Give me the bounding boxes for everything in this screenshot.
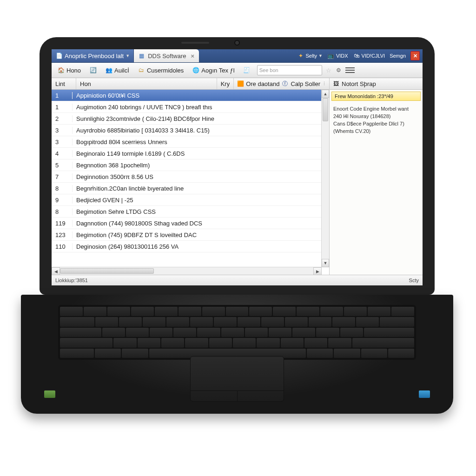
app-icon: 🟧 — [237, 80, 244, 87]
folder-icon: 🗂 — [138, 66, 145, 74]
chevron-down-icon: ▼ — [126, 53, 130, 58]
row-number: 2 — [52, 115, 73, 122]
table-row[interactable]: 8Begnm̀ition.2C0an lincblè bıyerated lin… — [52, 183, 322, 194]
row-number: 123 — [52, 231, 73, 238]
row-text: Auyrdrobio 6885lbiriatio [ 0314033 3 34l… — [73, 127, 322, 134]
row-text: Dagnnotion (744) 9801800S Sthag vaded DC… — [73, 220, 322, 227]
column-header[interactable]: Lint — [52, 78, 76, 89]
status-left: Liokkiup:'3851 — [55, 278, 88, 283]
status-right: Scty — [409, 278, 419, 283]
scroll-right-icon[interactable]: ▶ — [313, 267, 322, 275]
table-row[interactable]: 7Deginnotion 3500rπ 8.56 US — [52, 171, 322, 183]
row-text: Begimotion (745) 9DBFZ DT S loveilted DA… — [73, 231, 322, 238]
column-header[interactable]: Hon — [76, 78, 217, 89]
table-row[interactable]: 3Bogıpitrodd 80l4 scerriess Unners — [52, 136, 322, 148]
table-row[interactable]: 1Appiniotion 60'0t¥l CSS — [52, 90, 322, 101]
horizontal-scrollbar[interactable]: ◀ ▶ — [52, 267, 322, 275]
window-close-button[interactable]: ✕ — [410, 51, 420, 60]
panel-icon: 🖼 — [332, 80, 340, 87]
side-text-line: (Whemts CV.20) — [333, 128, 419, 135]
row-number: 5 — [52, 162, 73, 169]
column-header[interactable]: Calp Soller — [291, 80, 320, 87]
titlebar-right-items: ✦Selty▼ 📺VIDX 🛍VID!CJLVI Semgn ✕ — [294, 49, 423, 62]
column-header[interactable]: Kry — [217, 78, 234, 89]
audit-button[interactable]: 👥Auilcİ — [101, 65, 133, 75]
tab-label: Anoprlic Prenbood lalt — [65, 53, 124, 60]
refresh-button[interactable]: 🔄 — [86, 65, 100, 75]
refresh-icon: 🔄 — [89, 66, 97, 74]
titlebar-item[interactable]: ✦Selty▼ — [297, 52, 323, 60]
side-panel-body: Enoort Code Engine Morbel want240 l4l No… — [330, 103, 423, 138]
table-row[interactable]: 1Augimotion 240 tobrings / UUVE TNC9 ) b… — [52, 101, 322, 113]
active-tab[interactable]: ▦ DDS Software × — [134, 49, 199, 62]
more-icon[interactable]: ⋮ — [322, 81, 326, 86]
row-text: Bedjicled GVEN | -25 — [73, 197, 322, 204]
row-number: 4 — [52, 150, 73, 157]
side-text-line: Enoort Code Engine Morbel want — [333, 106, 419, 113]
grid-header: Lint Hon Kry 🟧 Ore daotand ⓕ Calp Soller… — [52, 78, 329, 90]
scroll-thumb[interactable] — [323, 98, 328, 121]
table-row[interactable]: 2Sunnlighio 23comtnivde ( Cilo-21I4) BDC… — [52, 113, 322, 125]
row-text: Bogıpitrodd 80l4 scerriess Unners — [73, 139, 322, 145]
grid-rows: 1Appiniotion 60'0t¥l CSS1Augimotion 240 … — [52, 90, 329, 275]
vertical-scrollbar[interactable]: ▲ ▼ — [321, 90, 329, 267]
row-number: 1 — [52, 92, 73, 99]
table-row[interactable]: 110Deginosion (264) 9801300116 256 VA — [52, 241, 322, 252]
scroll-down-icon[interactable]: ▼ — [322, 259, 329, 267]
scroll-thumb[interactable] — [60, 268, 154, 274]
titlebar-item[interactable]: 📺VIDX — [327, 52, 348, 60]
table-row[interactable]: 3Auyrdrobio 6885lbiriatio [ 0314033 3 34… — [52, 125, 322, 136]
browser-tab-bar: 📄 Anoprlic Prenbood lalt ▼ ▦ DDS Softwar… — [52, 49, 423, 63]
settings-icon[interactable]: ⚙ — [335, 66, 343, 74]
globe-icon: 🌐 — [192, 66, 199, 74]
table-row[interactable]: 4Beginoralo 1149 tormiple l.6189 ( C.6DS — [52, 148, 322, 159]
hamburger-menu-icon[interactable] — [345, 66, 355, 75]
table-row[interactable]: 123Begimotion (745) 9DBFZ DT S loveilted… — [52, 229, 322, 241]
row-text: Begnm̀ition.2C0an lincblè bıyerated line — [73, 185, 322, 192]
status-bar: Liokkiup:'3851 Scty — [52, 275, 423, 285]
row-number: 110 — [52, 243, 73, 250]
side-text-line: Cans D$ece Pagpleribe Dlicl 7) — [333, 120, 419, 128]
tool-icon: 🧾 — [243, 66, 251, 74]
row-text: Deginosion (264) 9801300116 256 VA — [73, 243, 322, 250]
row-number: 3 — [52, 139, 73, 145]
row-number: 7 — [52, 173, 73, 180]
titlebar-item[interactable]: Semgn — [390, 53, 406, 59]
side-panel-title: Notort Sþrap — [342, 80, 376, 87]
tab-icon: ▦ — [138, 52, 145, 60]
row-text: Augimotion 240 tobrings / UUVE TNC9 ) br… — [73, 104, 322, 111]
table-row[interactable]: 5Begnnotion 368 1pochellm) — [52, 159, 322, 171]
side-panel-header: 🖼 Notort Sþrap — [330, 78, 423, 90]
toolbar: 🏠Hono 🔄 👥Auilcİ 🗂Cusermidoles 🌐Aogın Tex… — [52, 63, 423, 78]
row-number: 119 — [52, 220, 73, 227]
bookmark-star-icon[interactable]: ☆ — [323, 67, 334, 74]
scroll-left-icon[interactable]: ◀ — [52, 267, 60, 275]
scroll-up-icon[interactable]: ▲ — [322, 90, 329, 98]
laptop-base — [21, 295, 453, 414]
table-row[interactable]: 8Begimotion Sehre LTDG CSS — [52, 206, 322, 218]
agent-text-button[interactable]: 🌐Aogın Tex ƒl — [188, 65, 238, 75]
row-text: Sunnlighio 23comtnivde ( Cilo-21I4) BDC6… — [73, 115, 322, 122]
customers-button[interactable]: 🗂Cusermidoles — [134, 65, 187, 75]
side-text-line: 240 l4l Noıuιray (184628) — [333, 113, 419, 120]
close-tab-icon[interactable]: × — [189, 53, 195, 60]
search-input[interactable]: See bon — [257, 65, 322, 75]
row-number: 9 — [52, 197, 73, 204]
app-icon: ⓕ — [281, 80, 289, 87]
row-text: Deginnotion 3500rπ 8.56 US — [73, 173, 322, 180]
side-panel: 🖼 Notort Sþrap Frew Mononìdatin :23*/49 … — [330, 78, 423, 275]
table-row[interactable]: 119Dagnnotion (744) 9801800S Sthag vaded… — [52, 218, 322, 229]
row-text: Appiniotion 60'0t¥l CSS — [73, 92, 322, 99]
row-number: 3 — [52, 127, 73, 134]
table-row[interactable]: 9Bedjicled GVEN | -25 — [52, 194, 322, 206]
tool-button[interactable]: 🧾 — [239, 65, 254, 75]
row-text: Beginoralo 1149 tormiple l.6189 ( C.6DS — [73, 150, 322, 157]
main-grid-pane: Lint Hon Kry 🟧 Ore daotand ⓕ Calp Soller… — [52, 78, 330, 275]
column-header[interactable]: Ore daotand — [246, 80, 279, 87]
tab-icon: 📄 — [55, 52, 63, 60]
titlebar-item[interactable]: 🛍VID!CJLVI — [353, 52, 385, 60]
home-button[interactable]: 🏠Hono — [53, 65, 85, 75]
row-text: Begimotion Sehre LTDG CSS — [73, 208, 322, 215]
background-tab[interactable]: 📄 Anoprlic Prenbood lalt ▼ — [52, 49, 134, 62]
notice-banner[interactable]: Frew Mononìdatin :23*/49 — [331, 92, 421, 101]
